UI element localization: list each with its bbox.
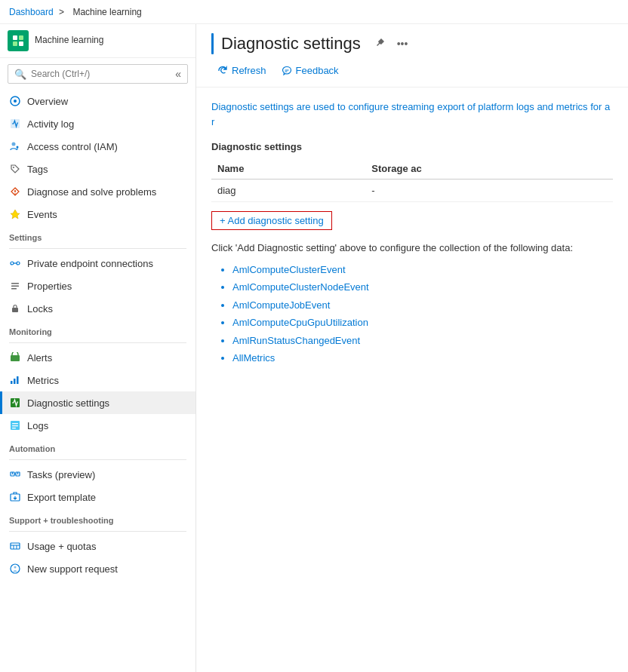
svg-rect-14 (11, 283, 19, 284)
sidebar-label-tags: Tags (27, 164, 48, 175)
feedback-button[interactable]: Feedback (276, 62, 345, 79)
access-icon (9, 140, 21, 152)
sidebar-item-events[interactable]: Events (0, 203, 195, 226)
sidebar-item-tasks[interactable]: Tasks (preview) (0, 463, 195, 486)
breadcrumb-dashboard[interactable]: Dashboard (9, 7, 54, 17)
sidebar-label-private-endpoints: Private endpoint connections (27, 258, 153, 269)
svg-point-32 (14, 566, 17, 569)
svg-rect-16 (11, 288, 17, 290)
sidebar-item-properties[interactable]: Properties (0, 275, 195, 297)
svg-point-12 (11, 262, 14, 265)
support-icon (9, 563, 21, 575)
sidebar-item-diagnostic-settings[interactable]: Diagnostic settings (0, 391, 195, 414)
breadcrumb-current: Machine learning (72, 7, 141, 17)
diagnostic-icon (9, 397, 21, 409)
tag-icon (9, 163, 21, 175)
sidebar-label-properties: Properties (27, 281, 72, 292)
automation-divider (9, 459, 186, 460)
table-header-name: Name (211, 158, 365, 180)
settings-section-label: Settings (0, 226, 195, 245)
svg-point-13 (17, 262, 20, 265)
sidebar-item-tags[interactable]: Tags (0, 158, 195, 180)
diagnostic-table: Name Storage ac diag - (211, 158, 613, 202)
sidebar-item-new-support[interactable]: New support request (0, 557, 195, 580)
add-setting-label: + Add diagnostic setting (220, 215, 324, 226)
list-item: AmlComputeClusterEvent (232, 261, 613, 278)
feedback-icon (282, 66, 292, 76)
sidebar-item-diagnose[interactable]: Diagnose and solve problems (0, 180, 195, 203)
search-input[interactable] (31, 69, 171, 79)
sidebar-item-access-control[interactable]: Access control (IAM) (0, 135, 195, 158)
sidebar-label-events: Events (27, 209, 57, 220)
content-area: Diagnostic settings ••• Refresh (196, 24, 628, 672)
sidebar-label-access-control: Access control (IAM) (27, 141, 118, 152)
svg-point-31 (11, 564, 20, 573)
events-icon (9, 208, 21, 220)
activity-icon (9, 118, 21, 130)
search-icon: 🔍 (14, 69, 26, 80)
title-actions: ••• (371, 36, 411, 52)
sidebar-label-logs: Logs (27, 420, 48, 431)
sidebar-item-overview[interactable]: Overview (0, 90, 195, 112)
diagnose-icon (9, 186, 21, 198)
sidebar-item-export-template[interactable]: Export template (0, 486, 195, 508)
support-divider (9, 531, 186, 532)
sidebar: Machine learning 🔍 « Overview Activity l… (0, 24, 196, 672)
sidebar-item-usage-quotas[interactable]: Usage + quotas (0, 535, 195, 557)
sidebar-label-metrics: Metrics (27, 375, 59, 386)
click-info-text: Click 'Add Diagnostic setting' above to … (211, 242, 613, 253)
sidebar-label-locks: Locks (27, 303, 53, 315)
sidebar-label-activity-log: Activity log (27, 118, 74, 130)
more-options-button[interactable]: ••• (394, 36, 411, 51)
svg-rect-21 (17, 376, 19, 384)
overview-icon (9, 95, 21, 107)
svg-point-5 (14, 100, 17, 103)
table-cell-storage: - (365, 180, 613, 202)
svg-rect-15 (11, 286, 19, 287)
sidebar-app-name: Machine learning (35, 35, 103, 47)
sidebar-item-activity-log[interactable]: Activity log (0, 112, 195, 135)
tasks-icon (9, 468, 21, 480)
properties-icon (9, 280, 21, 292)
monitoring-section-label: Monitoring (0, 320, 195, 339)
list-item: AmlComputeJobEvent (232, 296, 613, 314)
sidebar-label-overview: Overview (27, 96, 68, 107)
list-item: AllMetrics (232, 349, 613, 367)
pin-button[interactable] (371, 36, 388, 52)
sidebar-item-logs[interactable]: Logs (0, 414, 195, 437)
refresh-button[interactable]: Refresh (211, 62, 272, 79)
svg-point-10 (14, 193, 16, 195)
data-items-list: AmlComputeClusterEvent AmlComputeCluster… (211, 261, 613, 367)
settings-divider (9, 248, 186, 249)
list-item: AmlComputeClusterNodeEvent (232, 278, 613, 296)
svg-rect-3 (19, 41, 23, 46)
svg-rect-2 (13, 41, 17, 46)
support-section-label: Support + troubleshooting (0, 508, 195, 528)
sidebar-item-private-endpoints[interactable]: Private endpoint connections (0, 252, 195, 275)
table-row: diag - (211, 180, 613, 202)
sidebar-item-alerts[interactable]: Alerts (0, 346, 195, 369)
list-item: AmlRunStatusChangedEvent (232, 332, 613, 349)
svg-point-7 (12, 143, 16, 146)
nav-section: Overview Activity log Access control (IA… (0, 90, 195, 226)
more-dots-icon: ••• (397, 38, 408, 50)
alert-icon (9, 351, 21, 364)
sidebar-item-metrics[interactable]: Metrics (0, 369, 195, 391)
page-title-row: Diagnostic settings ••• (211, 33, 613, 54)
sidebar-item-locks[interactable]: Locks (0, 297, 195, 320)
svg-rect-19 (11, 381, 13, 384)
lock-icon (9, 302, 21, 315)
title-bar-accent (211, 33, 214, 54)
sidebar-label-new-support: New support request (27, 563, 118, 575)
svg-point-8 (17, 146, 19, 149)
table-cell-name: diag (211, 180, 365, 202)
sidebar-logo-icon (8, 30, 29, 51)
page-title: Diagnostic settings (221, 34, 361, 54)
sidebar-label-alerts: Alerts (27, 352, 52, 364)
sidebar-label-diagnose: Diagnose and solve problems (27, 186, 156, 198)
collapse-button[interactable]: « (175, 68, 181, 80)
search-box[interactable]: 🔍 « (8, 64, 188, 84)
info-text: Diagnostic settings are used to configur… (211, 100, 613, 129)
sidebar-label-export-template: Export template (27, 492, 96, 503)
add-diagnostic-setting-button[interactable]: + Add diagnostic setting (211, 211, 332, 230)
